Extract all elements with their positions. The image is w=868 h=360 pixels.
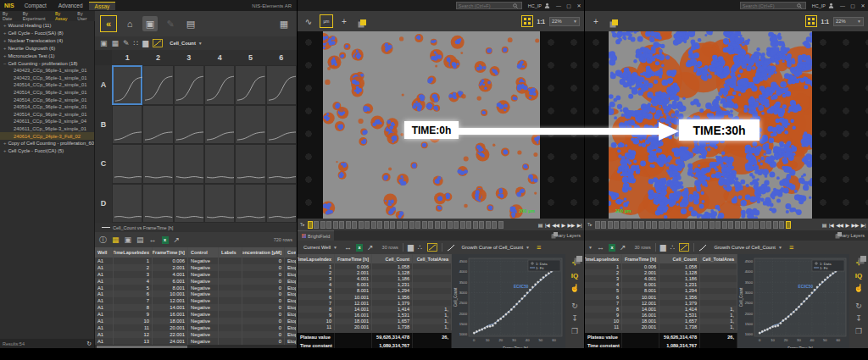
barchart-icon[interactable]: ▆ xyxy=(408,243,414,252)
search-input[interactable] xyxy=(459,3,513,8)
timeline-frame[interactable] xyxy=(677,221,682,229)
timeline-frame[interactable] xyxy=(639,221,644,229)
timeline-frame[interactable] xyxy=(601,221,606,229)
last-frame-button[interactable]: ▶| xyxy=(861,222,865,228)
growth-chart[interactable]: 1000150020002500300035004000450001020304… xyxy=(737,254,849,351)
minimize-button[interactable]: — xyxy=(837,3,848,8)
user-icon[interactable] xyxy=(828,3,834,8)
table-row[interactable]: 10.0061,058 xyxy=(298,263,452,269)
well-cell-A1[interactable] xyxy=(112,65,142,105)
tree-item[interactable]: 240514_CCp_96ple-2_simple_01 xyxy=(0,111,94,119)
timeline-frame[interactable] xyxy=(690,221,695,229)
layout-grid-icon[interactable]: ▦ xyxy=(276,16,292,31)
layers-icon[interactable] xyxy=(607,14,620,28)
table-row[interactable]: 58.0011,294 xyxy=(585,288,737,294)
timeline-frame[interactable] xyxy=(697,221,702,229)
search-box[interactable] xyxy=(456,2,522,9)
table-row[interactable]: A1712.001Negative0Etopo xyxy=(95,297,297,304)
mode-tab-compact[interactable]: Compact xyxy=(19,2,53,9)
screen-view-icon[interactable]: ▣ xyxy=(142,16,158,31)
zoom-dropdown[interactable]: 22% ▼ xyxy=(549,17,580,26)
table-row[interactable]: 916.0011,5311, xyxy=(585,313,737,318)
browser-tab[interactable]: By Date xyxy=(0,11,20,21)
tree-item[interactable]: 240611_CCp_96ple-3_simple_01 xyxy=(0,125,94,133)
tree-item[interactable]: 240514_CCp_96ple-2_simple_01 xyxy=(0,89,94,97)
duplicate-icon[interactable]: ❐ xyxy=(571,328,578,335)
browser-tab[interactable]: By User xyxy=(75,11,95,21)
first-frame-button[interactable]: |◀ xyxy=(545,222,549,228)
tree-item[interactable]: 240423_CCp_96ple-1_simple_01 xyxy=(0,67,94,75)
timeline-frame[interactable] xyxy=(773,221,778,229)
well-cell-C2[interactable] xyxy=(142,144,173,184)
timeline-frame[interactable] xyxy=(339,221,344,229)
refresh-icon[interactable]: ↻ xyxy=(571,302,578,310)
table-row[interactable]: A1916.001Negative0Etopo xyxy=(95,311,297,318)
tree-group[interactable]: +Copy of Cell Counting - proliferation_6… xyxy=(0,140,94,147)
well-cell-C3[interactable] xyxy=(174,144,204,184)
timeline-frame[interactable] xyxy=(320,221,326,229)
tree-group[interactable]: +Wound Healing (11) xyxy=(0,21,94,29)
well-cell-D3[interactable] xyxy=(174,184,204,224)
timeline-frame[interactable] xyxy=(448,221,453,229)
table-row[interactable]: 10.0061,058 xyxy=(585,263,737,269)
table-row[interactable]: A134.001Negative0Etopo xyxy=(95,271,297,278)
timeline-frame[interactable] xyxy=(665,221,670,229)
timeline-frame[interactable] xyxy=(473,221,478,229)
tree-group[interactable]: +Neurite Outgrowth (6) xyxy=(0,44,94,52)
add-overlay-icon[interactable]: + xyxy=(337,14,351,28)
table-mode-icon[interactable]: ▦ xyxy=(112,235,120,244)
timeline-frames[interactable] xyxy=(308,221,536,229)
well-cell-B5[interactable] xyxy=(235,105,265,145)
timeline-frame[interactable] xyxy=(314,221,319,229)
timeline-frame[interactable] xyxy=(397,221,402,229)
well-cell-C4[interactable] xyxy=(204,144,235,184)
duplicate-icon[interactable]: ❐ xyxy=(855,328,862,335)
linechart-icon[interactable] xyxy=(427,243,437,252)
scatter-icon[interactable]: ∴ xyxy=(670,243,676,252)
table-row[interactable]: A11324.001Negative0Etopo xyxy=(95,338,297,345)
excel-export-icon[interactable]: x xyxy=(356,244,363,252)
table-row[interactable]: 814.0011,4141, xyxy=(298,306,452,312)
report-icon[interactable]: ▤ xyxy=(183,16,198,31)
well-cell-B2[interactable] xyxy=(142,105,173,145)
well-cell-C6[interactable] xyxy=(266,144,297,184)
export-icon[interactable]: ↗ xyxy=(620,243,626,252)
well-cell-C5[interactable] xyxy=(235,144,265,184)
hand-icon[interactable]: ☝ xyxy=(854,285,863,292)
tree-group[interactable]: +Cell Cycle - Fucci(SA) (8) xyxy=(0,29,94,36)
timeline-frame[interactable] xyxy=(703,221,708,229)
table-row[interactable]: 34.0011,186 xyxy=(298,275,452,281)
refresh-icon[interactable]: ↻ xyxy=(855,302,862,310)
timeline-frame[interactable] xyxy=(735,221,740,229)
timeline-frame[interactable] xyxy=(364,221,370,229)
table-row[interactable]: 46.0011,231 xyxy=(585,282,737,288)
lut-curve-icon[interactable]: ∿ xyxy=(302,14,315,28)
play-button[interactable]: ▶ xyxy=(561,222,565,228)
timeline-frame[interactable] xyxy=(498,221,504,229)
linechart-icon[interactable] xyxy=(153,39,163,47)
zoom-dropdown[interactable]: 22% ▼ xyxy=(833,17,864,26)
timeline-frames[interactable] xyxy=(595,221,820,229)
timeline-frame[interactable] xyxy=(466,221,471,229)
tree-item[interactable]: 240423_CCp_96ple-1_simple_01 xyxy=(0,75,94,82)
timeline-frame[interactable] xyxy=(384,221,389,229)
barchart-icon[interactable]: ▆ xyxy=(142,39,148,47)
plate-icon[interactable]: ∷ xyxy=(134,39,139,47)
play-button[interactable]: ▶ xyxy=(845,222,849,228)
growth-chart[interactable]: 1000150020002500300035004000450001020304… xyxy=(452,254,565,351)
timeline-frame[interactable] xyxy=(633,221,638,229)
table-row[interactable]: 1120.0011,7381, xyxy=(298,324,452,330)
chart-type-dropdown[interactable]: Growth Curve of Cell_Count ▼ xyxy=(711,245,784,250)
tree-group[interactable]: +Micronucleus Test (1) xyxy=(0,52,94,59)
chart-type-dropdown[interactable]: Growth Curve of Cell_Count ▼ xyxy=(459,245,532,250)
table-row[interactable]: A11120.001Negative0Etopo xyxy=(95,324,297,331)
timeline-frame[interactable] xyxy=(715,221,721,229)
timeline-frame[interactable] xyxy=(333,221,338,229)
table-row[interactable]: A11222.001Negative0Etopo xyxy=(95,331,297,338)
timeline-frame[interactable] xyxy=(614,221,619,229)
chart-options-icon[interactable]: ≡ xyxy=(789,243,793,252)
mode-tab-advanced[interactable]: Advanced xyxy=(53,2,89,9)
search-input[interactable] xyxy=(743,3,797,8)
timeline-frame[interactable] xyxy=(754,221,759,229)
timeline-frame[interactable] xyxy=(359,221,364,229)
